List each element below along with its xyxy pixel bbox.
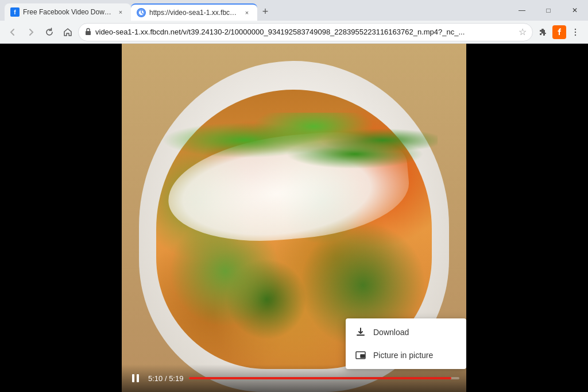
- svg-line-2: [141, 13, 143, 14]
- video-tab-favicon: [137, 8, 146, 17]
- extensions-button[interactable]: [535, 24, 551, 40]
- url-bar[interactable]: video-sea1-1.xx.fbcdn.net/v/t39.24130-2/…: [78, 23, 533, 41]
- minimize-button[interactable]: —: [509, 0, 535, 21]
- right-letterbox: [466, 44, 588, 392]
- reload-button[interactable]: [41, 24, 57, 40]
- home-button[interactable]: [60, 24, 76, 40]
- url-path: /v/t39.24130-2/10000000_934192583749098_…: [181, 28, 465, 36]
- context-menu: Download Picture in picture: [346, 318, 466, 369]
- svg-rect-3: [86, 31, 91, 35]
- video-time-display: 5:10 / 5:19: [148, 374, 183, 383]
- pip-icon: [355, 349, 366, 361]
- tab2-close-button[interactable]: ×: [242, 8, 252, 17]
- context-menu-download[interactable]: Download: [346, 321, 466, 344]
- download-icon: [355, 326, 366, 338]
- maximize-button[interactable]: □: [535, 0, 562, 21]
- toolbar-icons: [535, 24, 583, 40]
- tab2-title: https://video-sea1-1.xx.fbcd...: [149, 9, 239, 17]
- pip-label: Picture in picture: [373, 351, 433, 360]
- video-progress-fill: [189, 377, 451, 379]
- lock-icon: [84, 27, 92, 37]
- back-button[interactable]: [5, 24, 21, 40]
- forward-button[interactable]: [23, 24, 39, 40]
- svg-point-6: [575, 34, 576, 35]
- svg-point-5: [575, 31, 576, 32]
- svg-rect-8: [361, 355, 365, 358]
- context-menu-pip[interactable]: Picture in picture: [346, 344, 466, 367]
- window-controls: — □ ✕: [509, 0, 588, 21]
- svg-rect-10: [137, 374, 139, 382]
- facebook-favicon: f: [10, 7, 20, 17]
- download-label: Download: [373, 328, 409, 337]
- greens-overlay: [162, 113, 438, 182]
- tab1-close-button[interactable]: ×: [116, 7, 125, 17]
- title-bar: f Free Facebook Video Downloade... × htt…: [0, 0, 588, 21]
- left-letterbox: [0, 44, 122, 392]
- chrome-menu-button[interactable]: [567, 24, 583, 40]
- url-domain: video-sea1-1.xx.fbcdn.net: [95, 28, 181, 36]
- pause-button[interactable]: [129, 371, 142, 385]
- close-button[interactable]: ✕: [562, 0, 588, 21]
- new-tab-button[interactable]: +: [257, 3, 273, 20]
- video-container[interactable]: Download Picture in picture 5: [0, 44, 588, 392]
- address-bar: video-sea1-1.xx.fbcdn.net/v/t39.24130-2/…: [0, 21, 588, 44]
- url-text: video-sea1-1.xx.fbcdn.net/v/t39.24130-2/…: [95, 28, 515, 36]
- svg-rect-9: [132, 374, 134, 382]
- svg-point-4: [575, 28, 576, 29]
- bookmark-star-icon[interactable]: ☆: [519, 26, 527, 37]
- tab1-title: Free Facebook Video Downloade...: [23, 8, 113, 16]
- tab-facebook-downloader[interactable]: f Free Facebook Video Downloade... ×: [5, 3, 131, 21]
- video-progress-bar[interactable]: [189, 377, 459, 379]
- facebook-extension-icon[interactable]: [552, 25, 566, 39]
- video-frame: Download Picture in picture 5: [122, 44, 466, 392]
- tab-video-url[interactable]: https://video-sea1-1.xx.fbcd... ×: [131, 3, 257, 21]
